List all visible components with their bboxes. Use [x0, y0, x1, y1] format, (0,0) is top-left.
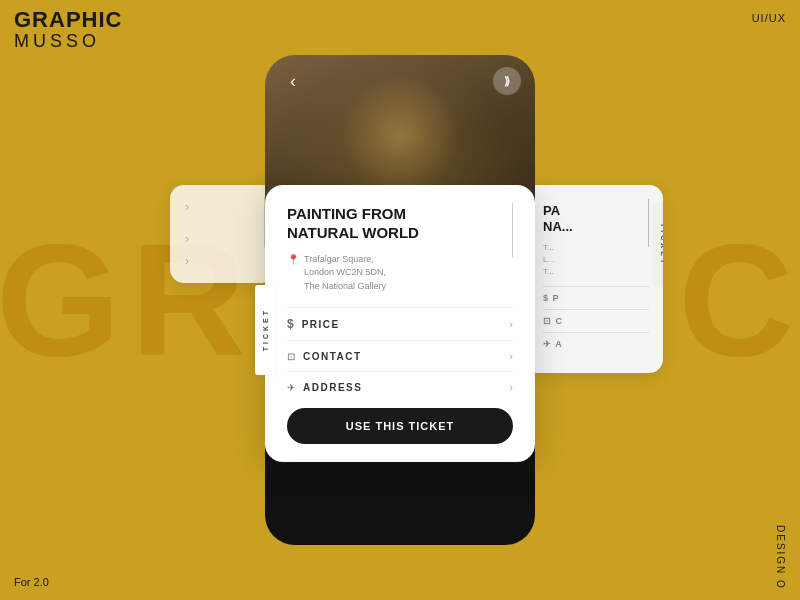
dollar-icon: $: [287, 317, 294, 331]
address-icon: ✈: [287, 382, 295, 393]
info-button[interactable]: ⟫: [493, 67, 521, 95]
info-icon: ⟫: [504, 75, 510, 88]
price-label: PRICE: [302, 319, 340, 330]
price-row-left: $ PRICE: [287, 317, 340, 331]
address-row[interactable]: ✈ ADDRESS ›: [287, 371, 513, 402]
brand-musso-text: MUSSO: [14, 32, 122, 52]
left-peek-chevron3: ›: [185, 254, 267, 268]
price-chevron: ›: [509, 318, 513, 330]
use-ticket-button[interactable]: USE THIS TICKET: [287, 408, 513, 444]
address-chevron: ›: [509, 381, 513, 393]
back-button[interactable]: ‹: [279, 67, 307, 95]
contact-label: CONTACT: [303, 351, 362, 362]
contact-chevron: ›: [509, 350, 513, 362]
version-label: For 2.0: [14, 576, 49, 588]
brand-container: GRAPHIC MUSSO: [14, 8, 122, 52]
contact-row[interactable]: ⊡ CONTACT ›: [287, 340, 513, 371]
design-label: DESIGN O: [775, 525, 786, 590]
ticket-card-left-peek: TICKET › › ›: [170, 185, 275, 283]
uiux-label: UI/UX: [752, 12, 786, 24]
location-text: Trafalgar Square, London WC2N 5DN, The N…: [304, 253, 386, 294]
card-top-divider: [512, 203, 513, 258]
ticket-label-right-peek: TICKET: [653, 205, 663, 285]
peek-contact-row: ⊡ C: [543, 309, 649, 332]
contact-row-left: ⊡ CONTACT: [287, 351, 362, 362]
peek-address-row: ✈ A: [543, 332, 649, 355]
left-peek-chevron2: ›: [185, 232, 267, 246]
ticket-side-label-text: TICKET: [262, 308, 269, 351]
right-peek-divider: [648, 199, 649, 247]
peek-title: PANA...: [543, 203, 649, 234]
left-peek-chevron1: ›: [185, 200, 267, 214]
peek-price-row: $ P: [543, 286, 649, 309]
ticket-label-right-text: TICKET: [660, 223, 664, 266]
address-row-left: ✈ ADDRESS: [287, 382, 362, 393]
contact-icon: ⊡: [287, 351, 295, 362]
face-artwork: [340, 75, 460, 195]
location-pin-icon: 📍: [287, 254, 299, 265]
ticket-side-label-main: TICKET: [255, 285, 275, 375]
price-row[interactable]: $ PRICE ›: [287, 307, 513, 340]
address-label: ADDRESS: [303, 382, 362, 393]
brand-graphic-text: GRAPHIC: [14, 8, 122, 32]
ticket-location: 📍 Trafalgar Square, London WC2N 5DN, The…: [287, 253, 513, 294]
ticket-title: PAINTING FROM NATURAL WORLD: [287, 205, 447, 243]
main-ticket-card: PAINTING FROM NATURAL WORLD 📍 Trafalgar …: [265, 185, 535, 462]
ticket-card-right-peek: TICKET PANA... T...L...T... $ P ⊡ C ✈ A: [523, 185, 663, 373]
peek-location: T...L...T...: [543, 242, 649, 278]
